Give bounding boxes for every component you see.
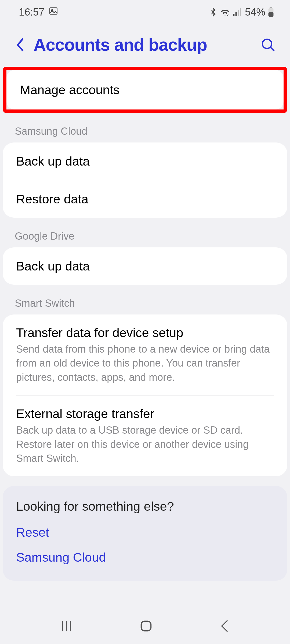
google-drive-card: Back up data	[3, 247, 287, 285]
transfer-data-desc: Send data from this phone to a new devic…	[16, 342, 274, 384]
battery-icon	[268, 7, 274, 17]
external-storage-desc: Back up data to a USB storage device or …	[16, 423, 274, 465]
backup-data-row[interactable]: Back up data	[3, 142, 287, 180]
picture-icon	[49, 6, 58, 18]
footer-heading: Looking for something else?	[16, 499, 274, 514]
signal-icon	[233, 8, 242, 16]
nav-back-icon[interactable]	[218, 619, 231, 634]
svg-rect-14	[141, 621, 151, 631]
page-header: Accounts and backup	[0, 24, 290, 67]
svg-rect-5	[240, 8, 241, 16]
external-storage-title: External storage transfer	[16, 406, 274, 421]
search-icon[interactable]	[261, 38, 275, 52]
svg-rect-0	[50, 8, 57, 14]
status-bar: 16:57	[0, 0, 290, 24]
svg-rect-2	[233, 14, 234, 16]
restore-data-row[interactable]: Restore data	[3, 180, 287, 218]
samsung-cloud-card: Back up data Restore data	[3, 142, 287, 218]
gd-backup-data-row[interactable]: Back up data	[3, 247, 287, 285]
navigation-bar	[0, 608, 290, 644]
svg-rect-4	[238, 10, 239, 16]
bluetooth-icon	[209, 7, 217, 17]
svg-rect-3	[235, 12, 237, 16]
status-time: 16:57	[19, 6, 44, 18]
transfer-data-title: Transfer data for device setup	[16, 325, 274, 340]
page-title: Accounts and backup	[34, 35, 253, 55]
restore-data-label: Restore data	[16, 192, 274, 206]
highlight-box: Manage accounts	[3, 67, 287, 113]
gd-backup-data-label: Back up data	[16, 259, 274, 273]
reset-link[interactable]: Reset	[16, 525, 274, 540]
battery-percent: 54%	[245, 6, 265, 18]
wifi-icon	[220, 8, 230, 16]
nav-recent-icon[interactable]	[59, 618, 74, 634]
manage-accounts-card: Manage accounts	[6, 70, 284, 109]
nav-home-icon[interactable]	[139, 619, 154, 634]
svg-line-10	[271, 47, 274, 51]
svg-rect-6	[270, 7, 272, 8]
manage-accounts-label: Manage accounts	[20, 82, 270, 97]
manage-accounts-row[interactable]: Manage accounts	[6, 70, 284, 109]
transfer-data-row[interactable]: Transfer data for device setup Send data…	[3, 314, 287, 395]
svg-rect-8	[269, 12, 274, 17]
external-storage-row[interactable]: External storage transfer Back up data t…	[3, 396, 287, 476]
section-header-smart-switch: Smart Switch	[0, 285, 290, 314]
footer-card: Looking for something else? Reset Samsun…	[3, 486, 287, 581]
samsung-cloud-link[interactable]: Samsung Cloud	[16, 550, 274, 565]
smart-switch-card: Transfer data for device setup Send data…	[3, 314, 287, 476]
backup-data-label: Back up data	[16, 154, 274, 169]
section-header-google-drive: Google Drive	[0, 218, 290, 247]
back-icon[interactable]	[15, 37, 26, 53]
section-header-samsung-cloud: Samsung Cloud	[0, 113, 290, 142]
